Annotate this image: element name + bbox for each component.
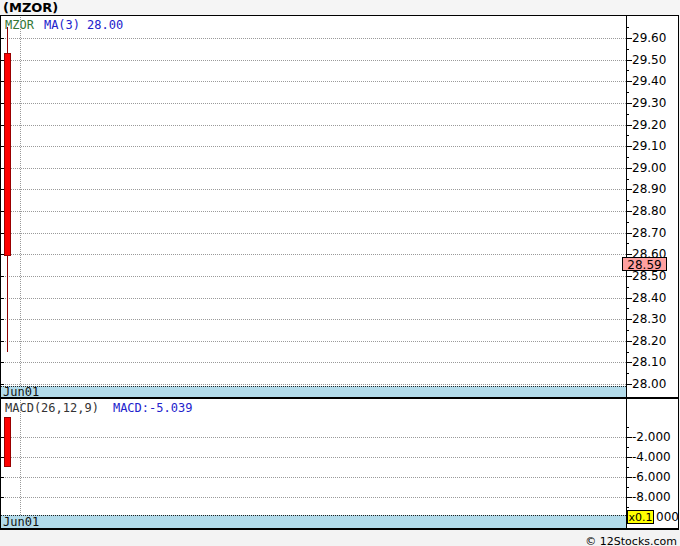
y-axis-tick-minor: [626, 135, 629, 136]
h-gridline: [1, 276, 626, 277]
left-border-tick: [1, 384, 4, 385]
y-axis-tick-minor: [626, 114, 629, 115]
y-axis-tick-minor: [626, 373, 629, 374]
left-border-tick: [1, 362, 4, 363]
y-axis-label: 29.00: [632, 161, 666, 175]
ma-value: 28.00: [87, 18, 123, 32]
y-axis-tick-minor: [626, 287, 629, 288]
h-gridline: [1, 211, 626, 212]
y-axis-tick-minor: [626, 92, 629, 93]
y-axis-label: 29.30: [632, 96, 666, 110]
left-border-tick: [1, 497, 4, 498]
ma-label: MA(3): [44, 18, 80, 32]
price-chart-panel: MZORMA(3)28.00 28.59 Jun01 29.6029.5029.…: [0, 15, 679, 398]
left-border-tick: [1, 341, 4, 342]
h-gridline: [1, 254, 626, 255]
left-border-tick: [1, 319, 4, 320]
h-gridline: [1, 298, 626, 299]
page-title: (MZOR): [3, 0, 58, 15]
h-gridline: [1, 497, 626, 498]
partial-axis-label: 000: [656, 510, 679, 524]
y-axis-label: 28.20: [632, 334, 666, 348]
h-gridline: [1, 233, 626, 234]
date-axis-bar: Jun01: [1, 515, 626, 528]
y-axis-tick-minor: [626, 70, 629, 71]
y-axis-label: 29.40: [632, 74, 666, 88]
y-axis-label: -8.000: [632, 490, 671, 504]
last-price-badge: 28.59: [622, 257, 667, 271]
v-gridline: [20, 400, 21, 515]
y-axis-label: 28.40: [632, 291, 666, 305]
h-gridline: [1, 437, 626, 438]
footer-bar: © 12Stocks.com: [0, 530, 680, 546]
h-gridline: [1, 457, 626, 458]
y-axis-label: 28.90: [632, 182, 666, 196]
y-axis-tick-minor: [626, 352, 629, 353]
y-axis-label: 28.70: [632, 226, 666, 240]
y-axis-label: -4.000: [632, 450, 671, 464]
y-axis-tick-minor: [626, 507, 629, 508]
macd-value-label: MACD:-5.039: [113, 401, 192, 415]
macd-chart-panel: MACD(26,12,9)MACD:-5.039 x0.1 000 Jun01 …: [0, 398, 679, 530]
y-axis-tick-minor: [626, 157, 629, 158]
left-border-tick: [1, 38, 4, 39]
y-axis-tick-minor: [626, 222, 629, 223]
left-border-tick: [1, 477, 4, 478]
y-axis-tick-minor: [626, 447, 629, 448]
y-axis-tick-minor: [626, 487, 629, 488]
y-axis-label: 29.50: [632, 53, 666, 67]
h-gridline: [1, 168, 626, 169]
y-axis-label: 29.60: [632, 31, 666, 45]
y-axis-tick-minor: [626, 243, 629, 244]
y-axis-label: 29.10: [632, 139, 666, 153]
y-axis-label: -6.000: [632, 470, 671, 484]
y-axis-label: 28.80: [632, 204, 666, 218]
h-gridline: [1, 81, 626, 82]
y-axis-label: 28.30: [632, 312, 666, 326]
h-gridline: [1, 189, 626, 190]
y-axis-tick-minor: [626, 330, 629, 331]
h-gridline: [1, 125, 626, 126]
h-gridline: [1, 477, 626, 478]
left-border-tick: [1, 276, 4, 277]
y-axis-label: 28.00: [632, 377, 666, 391]
y-axis-tick-minor: [626, 27, 629, 28]
date-axis-bar: Jun01: [1, 386, 626, 397]
candlestick: [4, 53, 11, 256]
macd-legend: MACD(26,12,9)MACD:-5.039: [5, 401, 192, 413]
y-axis-label: 29.20: [632, 118, 666, 132]
h-gridline: [1, 384, 626, 385]
h-gridline: [1, 60, 626, 61]
copyright-link[interactable]: © 12Stocks.com: [585, 535, 680, 546]
y-axis-tick-minor: [626, 467, 629, 468]
v-gridline: [20, 17, 21, 386]
y-axis-label: 28.10: [632, 355, 666, 369]
y-axis-tick-minor: [626, 49, 629, 50]
scale-badge: x0.1: [627, 510, 654, 524]
h-gridline: [1, 146, 626, 147]
h-gridline: [1, 319, 626, 320]
title-bar: (MZOR): [0, 0, 680, 15]
macd-histogram-bar: [4, 417, 11, 467]
y-axis-tick-minor: [626, 200, 629, 201]
h-gridline: [1, 341, 626, 342]
y-axis-tick-minor: [626, 308, 629, 309]
y-axis-tick-minor: [626, 179, 629, 180]
y-axis-label: -2.000: [632, 430, 671, 444]
h-gridline: [1, 38, 626, 39]
h-gridline: [1, 103, 626, 104]
y-axis-tick-minor: [626, 427, 629, 428]
macd-y-axis-line: [626, 399, 627, 528]
price-chart-legend: MZORMA(3)28.00: [5, 18, 123, 30]
left-border-tick: [1, 298, 4, 299]
h-gridline: [1, 362, 626, 363]
